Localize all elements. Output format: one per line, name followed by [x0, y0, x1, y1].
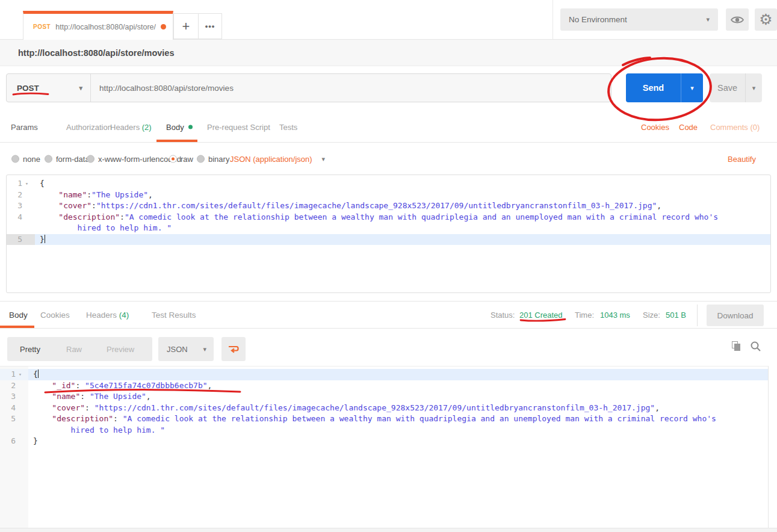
- radio-x-www-form-urlencoded[interactable]: x-www-form-urlencoded: [87, 154, 181, 163]
- size-label: Size:: [643, 311, 660, 320]
- url-builder: POST ▾ http://localhost:8080/api/store/m…: [6, 73, 611, 102]
- view-preview[interactable]: Preview: [107, 345, 134, 354]
- body-type-row: none form-data x-www-form-urlencoded raw…: [0, 143, 777, 175]
- body-dot-icon: [188, 125, 193, 129]
- wrap-lines-icon: [227, 343, 240, 355]
- search-button[interactable]: [750, 341, 762, 353]
- tab-headers[interactable]: Headers (2): [110, 123, 152, 132]
- code-line: 2 "_id": "5c4e715fa74c07dbbb6ecb7b",: [0, 380, 768, 392]
- status-value: 201 Created: [519, 311, 563, 320]
- save-button[interactable]: Save ▾: [710, 73, 762, 102]
- radio-icon: [87, 155, 94, 162]
- content-type-dropdown[interactable]: JSON (application/json)▾: [230, 154, 325, 163]
- header: POST http://localhost:8080/api/store/ + …: [0, 0, 777, 40]
- radio-form-data[interactable]: form-data: [45, 154, 90, 163]
- fold-caret-icon: [22, 223, 31, 234]
- beautify-link[interactable]: Beautify: [728, 154, 756, 163]
- fold-caret-icon[interactable]: ▾: [22, 178, 31, 190]
- fold-caret-icon: [22, 234, 31, 246]
- send-options-caret[interactable]: ▾: [681, 73, 703, 102]
- code-line: 2 "name":"The Upside",: [7, 190, 770, 201]
- method-dropdown[interactable]: POST ▾: [7, 74, 91, 102]
- response-tab-headers[interactable]: Headers (4): [86, 311, 129, 320]
- time-value: 1043 ms: [600, 311, 630, 320]
- copy-response-button[interactable]: [732, 341, 742, 353]
- cookies-link[interactable]: Cookies: [641, 123, 669, 132]
- line-number: 6: [0, 436, 28, 447]
- gear-icon: ⚙: [759, 12, 772, 27]
- tab-authorization[interactable]: Authorization: [66, 123, 112, 132]
- fold-caret-icon: [22, 200, 31, 212]
- unsaved-dot-icon: [161, 24, 166, 29]
- method-label: POST: [17, 84, 39, 93]
- fold-caret-icon[interactable]: ▾: [16, 369, 25, 380]
- download-button[interactable]: Download: [707, 305, 764, 326]
- line-number: [7, 223, 35, 234]
- code-line: hired to help him. ": [0, 425, 768, 436]
- headers-count: (2): [142, 123, 152, 132]
- environment-preview-button[interactable]: [726, 8, 749, 31]
- radio-none[interactable]: none: [11, 154, 40, 163]
- tab-tests[interactable]: Tests: [279, 123, 297, 132]
- environment-label: No Environment: [569, 15, 627, 24]
- code-line: 1▾{: [7, 178, 770, 190]
- response-tab-cookies[interactable]: Cookies: [40, 311, 70, 320]
- line-number: 1▾: [7, 178, 35, 190]
- line-number: 5: [7, 234, 35, 246]
- chevron-down-icon: ▾: [706, 16, 710, 23]
- radio-icon: [45, 155, 52, 162]
- new-tab-button[interactable]: +: [173, 13, 199, 39]
- save-options-caret[interactable]: ▾: [745, 73, 762, 102]
- request-body-editor[interactable]: 1▾{2 "name":"The Upside",3 "cover":"http…: [6, 175, 771, 293]
- comments-link[interactable]: Comments (0): [710, 123, 760, 132]
- bottom-scrollbar-track[interactable]: [0, 528, 777, 532]
- tab-method-label: POST: [33, 23, 51, 30]
- fold-caret-icon: [16, 425, 25, 436]
- response-view-controls: Pretty Raw Preview JSON ▾: [0, 329, 777, 366]
- more-tabs-button[interactable]: •••: [198, 13, 222, 39]
- chevron-down-icon: ▾: [752, 84, 756, 92]
- response-body-editor[interactable]: 1▾{2 "_id": "5c4e715fa74c07dbbb6ecb7b",3…: [0, 366, 769, 528]
- tab-pre-request-script[interactable]: Pre-request Script: [207, 123, 270, 132]
- environment-select[interactable]: No Environment ▾: [560, 8, 718, 31]
- code-link[interactable]: Code: [679, 123, 698, 132]
- eye-icon: [731, 15, 744, 25]
- fold-caret-icon: [16, 403, 25, 414]
- line-number: 2: [7, 190, 35, 201]
- chevron-down-icon: ▾: [690, 84, 694, 92]
- radio-raw[interactable]: raw: [169, 154, 193, 163]
- view-raw[interactable]: Raw: [66, 345, 82, 354]
- tab-params[interactable]: Params: [11, 123, 38, 132]
- code-line: 3 "name": "The Upside",: [0, 391, 768, 403]
- send-button[interactable]: Send ▾: [626, 73, 703, 102]
- view-pretty[interactable]: Pretty: [20, 345, 40, 354]
- settings-button[interactable]: ⚙: [755, 8, 777, 31]
- status-label: Status:: [491, 311, 515, 320]
- response-tab-test-results[interactable]: Test Results: [152, 311, 196, 320]
- active-response-tab-underline: [0, 326, 34, 328]
- tab-body[interactable]: Body: [166, 123, 193, 132]
- radio-icon: [197, 155, 205, 162]
- radio-binary[interactable]: binary: [197, 154, 229, 163]
- url-value: http://localhost:8080/api/store/movies: [99, 84, 234, 93]
- response-headers-count: (4): [119, 311, 129, 320]
- time-label: Time:: [575, 311, 594, 320]
- radio-selected-icon: [169, 155, 177, 162]
- radio-icon: [11, 155, 19, 162]
- search-icon: [752, 342, 758, 349]
- request-title-bar: http://localhost:8080/api/store/movies: [0, 40, 777, 66]
- request-tab[interactable]: POST http://localhost:8080/api/store/: [23, 11, 173, 40]
- request-title: http://localhost:8080/api/store/movies: [18, 48, 174, 58]
- code-line: 5}: [7, 234, 770, 246]
- code-line: hired to help him. ": [7, 223, 770, 234]
- code-line: 4 "description":"A comedic look at the r…: [7, 212, 770, 223]
- response-tab-body[interactable]: Body: [9, 311, 28, 320]
- fold-caret-icon: [16, 413, 25, 425]
- size-value: 501 B: [666, 311, 686, 320]
- line-number: 1▾: [0, 369, 28, 380]
- response-format-dropdown[interactable]: JSON ▾: [158, 337, 214, 361]
- code-line: 4 "cover": "https://cdn1.thr.com/sites/d…: [0, 403, 768, 414]
- wrap-lines-button[interactable]: [221, 337, 246, 361]
- url-input[interactable]: http://localhost:8080/api/store/movies: [91, 74, 611, 102]
- code-line: 3 "cover":"https://cdn1.thr.com/sites/de…: [7, 200, 770, 212]
